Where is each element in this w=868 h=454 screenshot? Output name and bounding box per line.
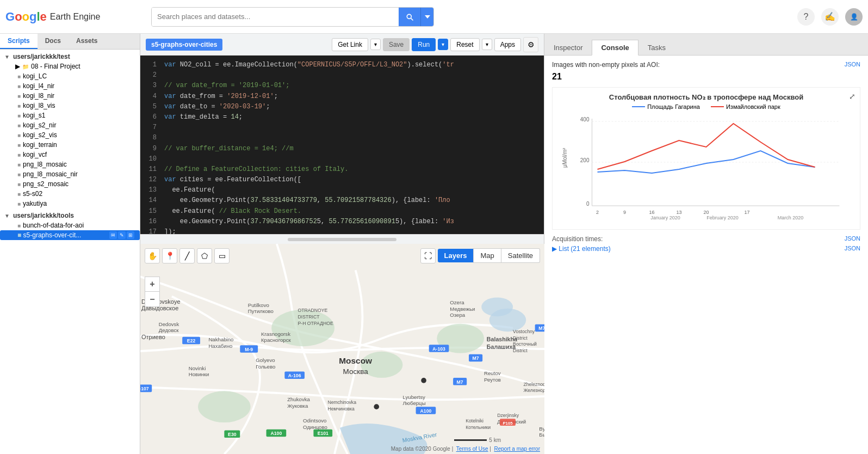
legend-color-1 [632,106,645,107]
svg-text:Krasnogorsk: Krasnogorsk [261,331,290,337]
horizontal-scrollbar[interactable] [288,238,396,241]
right-panel: Inspector Console Tasks Images with non-… [544,34,868,454]
file-kogi-s2-vis[interactable]: ■ kogi_s2_vis [0,130,140,140]
svg-text:P105: P105 [503,421,513,426]
hand-tool[interactable]: ✋ [145,248,160,263]
tab-docs[interactable]: Docs [38,34,69,49]
editor-filename: s5-graphs-over-cities [146,39,222,51]
search-input[interactable] [152,8,399,26]
tab-assets[interactable]: Assets [69,34,105,49]
polygon-tool[interactable]: ⬠ [197,248,212,263]
reset-button[interactable]: Reset [450,38,479,51]
tab-console[interactable]: Console [592,40,638,56]
layers-button[interactable]: Layers [438,249,474,262]
rect-tool[interactable]: ▭ [214,248,230,263]
map-area[interactable]: A-107 E22 M-9 A-106 A-103 A100 M7 M7 M7 … [140,244,544,454]
file-png-l8-mosaic[interactable]: ■ png_l8_mosaic [0,159,140,169]
images-label: Images with non-empty pixels at AOI: JSO… [552,61,860,69]
svg-text:Putilkovo: Putilkovo [248,302,269,308]
topbar-right: ? ✍ 👤 [797,8,863,26]
svg-text:A100: A100 [271,431,282,436]
file-kogi-terrain[interactable]: ■ kogi_terrain [0,140,140,150]
svg-text:January 2020: January 2020 [650,215,680,220]
scale-line [454,439,487,441]
get-link-button[interactable]: Get Link [332,38,368,51]
svg-text:E30: E30 [228,432,237,437]
tab-inspector[interactable]: Inspector [544,40,592,55]
file-yakutiya[interactable]: ■ yakutiya [0,199,140,208]
folder-tools[interactable]: ▼ users/jarickkk/tools [0,211,140,220]
chart-expand-icon[interactable]: ⤢ [849,92,855,101]
save-button[interactable]: Save [383,38,410,51]
tab-scripts[interactable]: Scripts [0,34,38,49]
svg-point-77 [374,404,379,409]
json-link-2[interactable]: JSON [845,235,860,242]
settings-button[interactable]: ⚙ [523,37,538,52]
chart-title: Столбцовая плотность NO₂ в тропосфере на… [558,93,854,101]
run-button[interactable]: Run [412,38,436,51]
code-content[interactable]: var NO2_coll = ee.ImageCollection("COPER… [160,56,544,234]
chat-icon[interactable]: ✍ [821,8,839,26]
svg-text:Реутов: Реутов [484,377,501,383]
legend-color-2 [711,106,724,107]
earth-engine-logo-text: Earth Engine [50,12,101,22]
file-kogi-lc[interactable]: ■ kogi_LC [0,71,140,81]
map-view-button[interactable]: Map [473,248,501,263]
reset-caret[interactable]: ▾ [482,39,492,50]
help-icon[interactable]: ? [797,8,815,26]
file-kogi-vcf[interactable]: ■ kogi_vcf [0,150,140,159]
file-action-edit-icon[interactable]: ✉ [109,231,117,239]
svg-text:9: 9 [623,210,626,215]
svg-text:Bykovo: Bykovo [539,426,544,432]
run-caret[interactable]: ▾ [438,39,448,50]
fullscreen-button[interactable]: ⛶ [420,248,436,263]
file-kogi-l8-nir[interactable]: ■ kogi_l8_nir [0,91,140,101]
svg-text:Kotelniki: Kotelniki [466,418,483,424]
svg-text:Гольево: Гольево [256,364,275,370]
svg-text:Reutov: Reutov [484,370,501,376]
report-link[interactable]: Report a map error [494,446,540,452]
file-action-copy-icon[interactable]: ⊞ [127,231,134,239]
file-s5-s02[interactable]: ■ s5-s02 [0,189,140,199]
line-tool[interactable]: ╱ [179,248,195,263]
file-kogi-s1[interactable]: ■ kogi_s1 [0,111,140,120]
zoom-in-button[interactable]: + [145,277,160,292]
search-button[interactable] [399,8,420,26]
svg-text:M-9: M-9 [245,347,253,352]
file-bunch-of-data[interactable]: ■ bunch-of-data-for-aoi [0,220,140,230]
folder-test[interactable]: ▼ users/jarickkk/test [0,52,140,62]
google-logo: Google [5,10,47,24]
file-png-s2-mosaic[interactable]: ■ png_s2_mosaic [0,179,140,189]
json-link-3[interactable]: JSON [845,245,860,251]
file-tree: ▼ users/jarickkk/test ▶ 📁 08 - Final Pro… [0,50,140,454]
folder-final-project[interactable]: ▶ 📁 08 - Final Project [0,62,140,71]
get-link-caret[interactable]: ▾ [370,39,381,50]
terms-link[interactable]: Terms of Use [456,446,488,452]
file-kogi-l4-nir[interactable]: ■ kogi_l4_nir [0,81,140,91]
satellite-button[interactable]: Satellite [501,248,540,263]
file-kogi-l8-vis[interactable]: ■ kogi_l8_vis [0,101,140,111]
file-kogi-s2-nir[interactable]: ■ kogi_s2_nir [0,120,140,130]
svg-text:A-103: A-103 [432,346,445,352]
svg-text:OTRADNOYE: OTRADNOYE [297,308,327,313]
avatar[interactable]: 👤 [845,8,863,26]
svg-text:Ozera: Ozera [450,299,464,305]
left-panel: Scripts Docs Assets ▼ users/jarickkk/tes… [0,34,140,454]
file-action-pencil-icon[interactable]: ✎ [118,231,126,239]
json-link-1[interactable]: JSON [845,61,860,68]
svg-text:Медвежьи: Медвежьи [450,306,475,312]
zoom-out-button[interactable]: − [145,292,160,307]
code-editor[interactable]: 123456789101112131415161718192021222324 … [140,56,544,234]
marker-tool[interactable]: 📍 [162,248,177,263]
apps-button[interactable]: Apps [494,38,521,51]
file-s5-graphs-active[interactable]: ■ s5-graphs-over-cit... ✉ ✎ ⊞ [0,230,140,240]
tab-tasks[interactable]: Tasks [638,40,675,55]
svg-text:A100: A100 [420,408,432,414]
svg-text:Путилково: Путилково [248,308,274,314]
file-png-l8-mosaic-nir[interactable]: ■ png_l8_mosaic_nir [0,169,140,179]
svg-text:Жуковка: Жуковка [287,403,308,409]
svg-text:District: District [513,335,528,341]
list-elements[interactable]: ▶ List (21 elements) JSON [552,245,860,253]
search-dropdown-button[interactable] [420,8,433,26]
svg-text:February 2020: February 2020 [706,215,739,220]
